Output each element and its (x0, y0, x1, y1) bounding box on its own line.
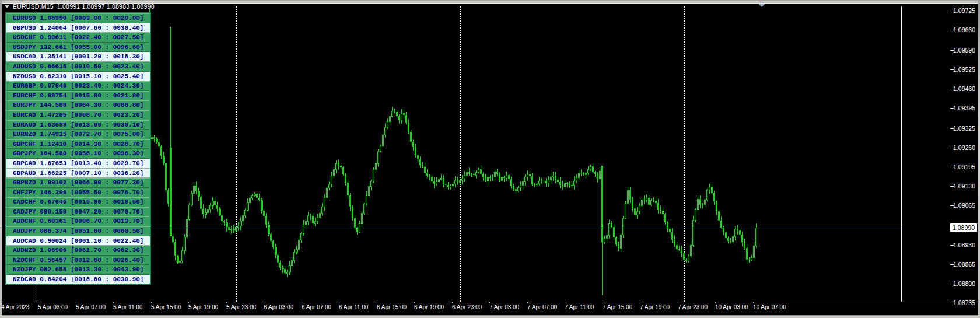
watch-row-NZDCAD[interactable]: NZDCAD 0.84204 [0018.80 : 0030.90] (6, 275, 150, 285)
price-axis-label: 1.09325 (935, 125, 975, 132)
time-axis-label: 10 Apr 07:00 (753, 304, 786, 310)
price-axis-label: 1.09130 (935, 183, 975, 190)
time-axis-label: 5 Apr 19:00 (188, 304, 218, 310)
watch-row-EURGBP[interactable]: EURGBP 0.87846 [0023.40 : 0024.30] (6, 81, 150, 91)
price-axis-label: 1.09260 (935, 144, 975, 151)
time-axis-label: 6 Apr 19:00 (414, 304, 444, 310)
window-frame-top (0, 0, 980, 4)
time-axis-label: 6 Apr 23:00 (452, 304, 482, 310)
watch-row-EURNZD[interactable]: EURNZD 1.74915 [0072.70 : 0075.00] (6, 130, 150, 139)
watch-row-EURCHF[interactable]: EURCHF 0.98754 [0015.80 : 0021.80] (6, 91, 150, 101)
watch-row-CADCHF[interactable]: CADCHF 0.67045 [0015.90 : 0019.50] (6, 197, 150, 207)
time-axis-label: 5 Apr 15:00 (151, 304, 181, 310)
market-watch-panel: EURUSD 1.08990 [0003.00 : 0020.00]GBPUSD… (5, 12, 151, 285)
time-axis-label: 5 Apr 03:00 (38, 304, 68, 310)
time-axis-label: 7 Apr 07:00 (527, 304, 557, 310)
watch-row-AUDJPY[interactable]: AUDJPY 088.374 [0051.60 : 0060.50] (6, 226, 150, 236)
time-axis-label: 7 Apr 11:00 (565, 304, 594, 310)
watch-row-NZDCHF[interactable]: NZDCHF 0.56457 [0012.60 : 0026.40] (6, 256, 150, 265)
time-axis-label: 7 Apr 15:00 (603, 304, 632, 310)
chart-shift-marker-icon[interactable] (758, 3, 766, 7)
watch-row-CHFJPY[interactable]: CHFJPY 146.396 [0055.50 : 0076.70] (6, 188, 150, 198)
price-axis-label: 1.09525 (935, 66, 975, 73)
watch-row-USDCAD[interactable]: USDCAD 1.35141 [0001.20 : 0018.30] (6, 52, 150, 62)
watch-row-GBPUSD[interactable]: GBPUSD 1.24064 [0007.60 : 0030.40] (6, 23, 150, 33)
watch-row-AUDUSD[interactable]: AUDUSD 0.66615 [0010.50 : 0023.40] (6, 62, 150, 72)
price-axis-label: 1.09395 (935, 104, 975, 111)
price-axis-label: 1.08930 (935, 242, 975, 249)
chart-symbol-title: EURUSD,M15 1.08991 1.08997 1.08983 1.089… (13, 3, 155, 10)
watch-row-EURAUD[interactable]: EURAUD 1.63599 [0013.00 : 0030.10] (6, 120, 150, 130)
watch-row-AUDCHF[interactable]: AUDCHF 0.60361 [0006.70 : 0013.70] (6, 216, 150, 226)
time-axis-label: 6 Apr 07:00 (302, 304, 331, 310)
watch-row-NZDJPY[interactable]: NZDJPY 082.658 [0013.30 : 0043.90] (6, 265, 150, 275)
time-axis-label: 7 Apr 03:00 (489, 304, 519, 310)
time-axis-label: 10 Apr 03:00 (715, 304, 748, 310)
watch-row-GBPJPY[interactable]: GBPJPY 164.580 [0058.10 : 0096.30] (6, 149, 150, 159)
current-price-badge: 1.08990 (950, 223, 977, 232)
watch-row-AUDNZD[interactable]: AUDNZD 1.06906 [0061.70 : 0062.30] (6, 246, 150, 256)
time-axis-label: 6 Apr 11:00 (339, 304, 368, 310)
watch-row-GBPCAD[interactable]: GBPCAD 1.67653 [0013.40 : 0029.70] (6, 159, 150, 169)
time-axis-label: 5 Apr 07:00 (76, 304, 106, 310)
chart-dropdown-icon[interactable] (5, 5, 9, 8)
mt4-chart-window: EURUSD,M15 1.08991 1.08997 1.08983 1.089… (0, 0, 980, 318)
time-axis-label: 7 Apr 23:00 (678, 304, 708, 310)
price-axis-label: 1.09590 (935, 47, 975, 54)
time-axis-label: 7 Apr 19:00 (640, 304, 670, 310)
watch-row-USDJPY[interactable]: USDJPY 132.661 [0055.00 : 0096.60] (6, 43, 150, 53)
time-axis-label: 5 Apr 11:00 (113, 304, 142, 310)
window-frame-left (0, 0, 2, 318)
watch-row-EURCAD[interactable]: EURCAD 1.47285 [0008.70 : 0023.20] (6, 110, 150, 120)
watch-row-AUDCAD[interactable]: AUDCAD 0.90024 [0001.10 : 0022.40] (6, 236, 150, 246)
watch-row-EURUSD[interactable]: EURUSD 1.08990 [0003.00 : 0020.00] (6, 13, 150, 23)
watch-row-GBPCHF[interactable]: GBPCHF 1.12410 [0014.30 : 0028.70] (6, 139, 150, 149)
watch-row-USDCHF[interactable]: USDCHF 0.90611 [0022.40 : 0027.50] (6, 33, 150, 43)
price-axis-label: 1.08735 (935, 299, 975, 306)
price-axis-label: 1.08800 (935, 280, 975, 287)
watch-row-GBPAUD[interactable]: GBPAUD 1.86225 [0007.10 : 0036.20] (6, 169, 150, 179)
window-frame-bottom (0, 315, 980, 318)
time-axis-label: 4 Apr 2023 (1, 304, 29, 310)
price-axis-label: 1.09065 (935, 202, 975, 209)
price-axis-label: 1.08865 (935, 261, 975, 268)
price-axis-label: 1.09460 (935, 85, 975, 92)
time-axis-label: 5 Apr 23:00 (226, 304, 256, 310)
watch-row-CADJPY[interactable]: CADJPY 098.158 [0047.20 : 0070.70] (6, 207, 150, 217)
watch-row-GBPNZD[interactable]: GBPNZD 1.99102 [0066.90 : 0077.30] (6, 178, 150, 188)
price-axis-label: 1.09660 (935, 26, 975, 33)
watch-row-EURJPY[interactable]: EURJPY 144.588 [0064.30 : 0088.80] (6, 100, 150, 110)
time-axis-label: 6 Apr 15:00 (377, 304, 407, 310)
price-axis-label: 1.09195 (935, 163, 975, 170)
price-axis-label: 1.09725 (935, 7, 975, 14)
time-axis-label: 6 Apr 03:00 (264, 304, 293, 310)
watch-row-NZDUSD[interactable]: NZDUSD 0.62310 [0015.10 : 0025.40] (6, 72, 150, 82)
